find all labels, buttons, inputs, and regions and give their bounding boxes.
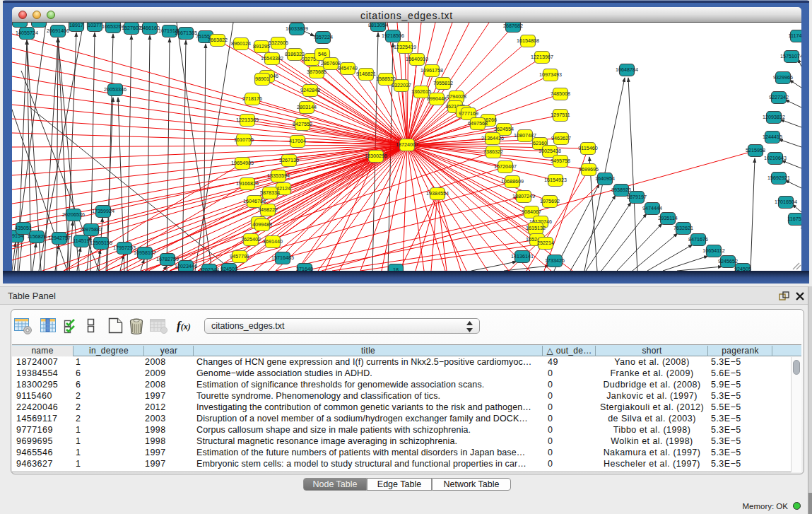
svg-text:18917: 18917	[69, 23, 83, 28]
svg-text:7632621: 7632621	[673, 225, 693, 231]
svg-text:1244415: 1244415	[763, 134, 782, 140]
svg-text:20206536: 20206536	[62, 211, 85, 218]
svg-text:546: 546	[318, 51, 326, 57]
svg-text:15640910: 15640910	[406, 56, 428, 62]
svg-text:17016504: 17016504	[775, 199, 797, 205]
svg-text:10807487: 10807487	[514, 132, 536, 139]
svg-text:15751074: 15751074	[780, 53, 801, 59]
svg-text:12213369: 12213369	[236, 117, 259, 123]
svg-text:3624554: 3624554	[494, 126, 514, 132]
svg-text:9242848: 9242848	[300, 87, 320, 93]
svg-text:17359924: 17359924	[92, 208, 114, 214]
svg-text:8990448: 8990448	[427, 95, 447, 102]
svg-text:18: 18	[393, 267, 399, 271]
svg-text:3498222: 3498222	[258, 206, 278, 213]
svg-text:371648: 371648	[296, 266, 313, 271]
svg-text:16154808: 16154808	[517, 37, 539, 44]
svg-text:2935114: 2935114	[658, 215, 677, 221]
svg-text:1588520: 1588520	[376, 76, 396, 82]
svg-text:9227342: 9227342	[769, 94, 789, 100]
svg-text:5322605: 5322605	[269, 40, 288, 46]
svg-text:1975692: 1975692	[540, 198, 560, 204]
svg-text:5878334: 5878334	[260, 189, 280, 196]
svg-text:19654985: 19654985	[231, 160, 254, 166]
svg-text:2803144: 2803144	[297, 104, 317, 110]
svg-text:7955812: 7955812	[433, 80, 453, 86]
svg-text:9699695: 9699695	[579, 166, 599, 173]
svg-text:9474444: 9474444	[642, 205, 662, 211]
svg-text:30975887: 30975887	[80, 226, 102, 233]
svg-text:16046788: 16046788	[243, 198, 266, 204]
svg-text:15692921: 15692921	[767, 175, 790, 181]
svg-text:10648784: 10648784	[616, 66, 638, 73]
svg-text:15716485: 15716485	[271, 255, 294, 261]
svg-text:15720407: 15720407	[494, 163, 517, 170]
svg-text:8454749: 8454749	[338, 65, 358, 71]
svg-text:16671385: 16671385	[175, 30, 197, 36]
svg-text:116753: 116753	[787, 216, 801, 222]
svg-text:1117434: 1117434	[789, 33, 801, 39]
svg-text:12505155: 12505155	[90, 240, 112, 246]
svg-text:435051: 435051	[15, 225, 32, 231]
svg-text:1691440: 1691440	[263, 238, 283, 245]
svg-text:6794028: 6794028	[447, 93, 466, 100]
svg-text:12213967: 12213967	[531, 54, 553, 60]
svg-text:417004: 417004	[289, 138, 306, 144]
svg-text:8427552: 8427552	[293, 121, 312, 127]
svg-text:16154923: 16154923	[544, 177, 567, 183]
svg-text:19384554: 19384554	[426, 190, 449, 197]
svg-text:9457791: 9457791	[230, 253, 249, 259]
svg-text:98901: 98901	[255, 76, 269, 82]
svg-text:9245652: 9245652	[718, 258, 738, 264]
svg-text:10654112: 10654112	[702, 247, 724, 254]
svg-text:3875685: 3875685	[307, 69, 326, 75]
svg-text:1527602: 1527602	[122, 25, 141, 31]
svg-text:9463627: 9463627	[551, 135, 571, 141]
svg-text:924505: 924505	[734, 266, 751, 271]
svg-text:5215958: 5215958	[746, 147, 765, 153]
svg-text:14055724: 14055724	[16, 30, 38, 36]
svg-text:924509: 924509	[220, 266, 237, 271]
svg-text:7357224: 7357224	[313, 34, 333, 40]
svg-text:13353594: 13353594	[267, 173, 290, 179]
svg-text:19166825: 19166825	[236, 180, 259, 187]
svg-text:16543382: 16543382	[261, 55, 283, 62]
svg-text:10377: 10377	[88, 23, 102, 28]
svg-text:10973493: 10973493	[539, 71, 562, 78]
svg-text:8322037: 8322037	[392, 82, 411, 88]
svg-text:8938923: 8938923	[611, 187, 631, 193]
svg-text:8960124: 8960124	[231, 40, 251, 47]
svg-text:12942757: 12942757	[48, 235, 71, 241]
svg-text:9495758: 9495758	[551, 158, 570, 164]
svg-text:6497568: 6497568	[468, 120, 488, 127]
svg-text:2687682: 2687682	[503, 23, 523, 29]
svg-text:4099489: 4099489	[252, 221, 272, 228]
svg-text:6466160: 6466160	[140, 25, 160, 31]
svg-text:1362615: 1362615	[411, 88, 431, 95]
svg-text:9115460: 9115460	[578, 145, 597, 151]
svg-text:2718176: 2718176	[242, 95, 262, 102]
svg-text:7663822: 7663822	[208, 37, 228, 43]
svg-text:9329966: 9329966	[773, 74, 793, 81]
svg-text:16033809: 16033809	[286, 25, 308, 32]
svg-text:16782759: 16782759	[156, 256, 179, 262]
svg-text:20691406: 20691406	[47, 28, 69, 34]
svg-text:6879197: 6879197	[627, 194, 647, 200]
svg-text:8471676: 8471676	[688, 236, 708, 243]
svg-text:18724007: 18724007	[396, 141, 418, 148]
svg-text:1610755: 1610755	[234, 136, 254, 143]
svg-text:1202344: 1202344	[199, 267, 219, 271]
svg-text:10958107: 10958107	[134, 250, 156, 256]
svg-text:1733426: 1733426	[545, 257, 565, 264]
svg-text:7625402: 7625402	[241, 236, 261, 243]
svg-text:8813054: 8813054	[368, 23, 388, 28]
svg-text:891295: 891295	[253, 43, 270, 49]
svg-text:10688609: 10688609	[501, 178, 524, 185]
svg-text:21364436: 21364436	[481, 135, 504, 141]
svg-text:12325419: 12325419	[394, 44, 416, 50]
svg-text:1297511: 1297511	[551, 112, 570, 118]
svg-text:9777169: 9777169	[459, 110, 478, 117]
svg-text:114519: 114519	[73, 238, 89, 244]
svg-text:9146821: 9146821	[356, 71, 376, 77]
svg-text:7386322: 7386322	[483, 148, 503, 155]
